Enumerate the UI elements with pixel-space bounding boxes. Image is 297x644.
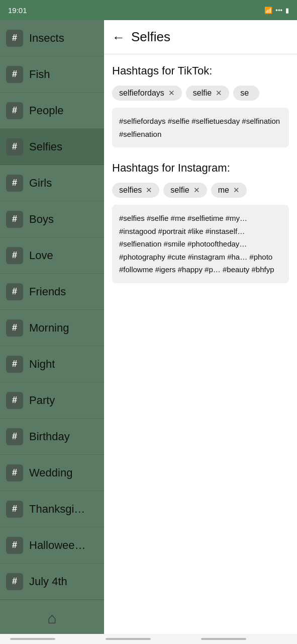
sidebar-item-label: Night — [29, 358, 55, 371]
tag-label: selfiefordays — [119, 89, 164, 98]
wifi-icon: 📶 — [264, 7, 272, 14]
sidebar-item-selfies[interactable]: # Selfies — [0, 129, 104, 165]
sidebar-item-girls[interactable]: # Girls — [0, 165, 104, 201]
hash-icon: # — [6, 537, 23, 554]
sidebar-item-label: Birthday — [29, 430, 70, 443]
sidebar: # Insects # Fish # People # Selfies # Gi… — [0, 20, 104, 644]
sidebar-item-morning[interactable]: # Morning — [0, 310, 104, 346]
status-time: 19:01 — [8, 6, 27, 15]
hash-icon: # — [6, 319, 23, 337]
tag-label: selfies — [119, 186, 142, 195]
sidebar-item-people[interactable]: # People — [0, 93, 104, 129]
sidebar-item-label: People — [29, 104, 64, 117]
status-icons: 📶 ••• ▮ — [264, 7, 289, 14]
tiktok-tags-row: selfiefordays ✕ selfie ✕ se — [112, 86, 289, 101]
hash-icon: # — [6, 573, 23, 590]
instagram-hashtag-text: #selfies #selfie #me #selfietime #my… #i… — [119, 214, 274, 274]
main-layout: # Insects # Fish # People # Selfies # Gi… — [0, 20, 297, 644]
content-title: Selfies — [131, 29, 170, 45]
tag-chip-selfie-tiktok[interactable]: selfie ✕ — [186, 86, 229, 101]
sidebar-item-label: Thanksgi… — [29, 503, 85, 516]
tag-label: selfie — [193, 89, 212, 98]
hash-icon: # — [6, 428, 23, 445]
hash-icon: # — [6, 30, 23, 47]
battery-icon: ▮ — [285, 7, 289, 14]
tiktok-section: Hashtags for TikTok: selfiefordays ✕ sel… — [112, 64, 289, 147]
sidebar-item-label: Fish — [29, 68, 50, 81]
close-icon[interactable]: ✕ — [146, 186, 152, 195]
tag-label: me — [218, 186, 229, 195]
sidebar-item-halloween[interactable]: # Hallowee… — [0, 527, 104, 564]
sidebar-item-night[interactable]: # Night — [0, 346, 104, 382]
hash-icon: # — [6, 138, 23, 155]
tag-label: se — [240, 89, 249, 98]
sidebar-item-label: July 4th — [29, 575, 67, 588]
hash-icon: # — [6, 283, 23, 300]
sidebar-item-july4th[interactable]: # July 4th — [0, 564, 104, 600]
tiktok-hashtag-text: #selfiefordays #selfie #selfietuesday #s… — [119, 117, 280, 138]
sidebar-item-insects[interactable]: # Insects — [0, 20, 104, 56]
tag-chip-me-instagram[interactable]: me ✕ — [211, 183, 247, 198]
tiktok-section-title: Hashtags for TikTok: — [112, 64, 289, 77]
content-header: ← Selfies — [104, 20, 297, 54]
hash-icon: # — [6, 211, 23, 228]
sidebar-item-label: Selfies — [29, 140, 62, 153]
close-icon[interactable]: ✕ — [168, 89, 175, 98]
scroll-indicator-left — [10, 638, 55, 640]
sidebar-item-label: Love — [29, 249, 53, 262]
tag-label: selfie — [170, 186, 189, 195]
back-button[interactable]: ← — [112, 31, 125, 44]
hash-icon: # — [6, 501, 23, 518]
bottom-indicators — [0, 634, 297, 644]
sidebar-item-label: Insects — [29, 32, 64, 45]
sidebar-item-thanksgiving[interactable]: # Thanksgi… — [0, 491, 104, 527]
close-icon[interactable]: ✕ — [216, 89, 222, 98]
instagram-hashtag-block[interactable]: #selfies #selfie #me #selfietime #my… #i… — [112, 205, 289, 283]
tag-chip-selfies-instagram[interactable]: selfies ✕ — [112, 183, 159, 198]
tag-chip-selfie-instagram[interactable]: selfie ✕ — [163, 183, 207, 198]
tag-chip-partial-tiktok: se — [233, 86, 259, 101]
home-icon: ⌂ — [47, 610, 56, 627]
hash-icon: # — [6, 66, 23, 83]
signal-icon: ••• — [275, 7, 282, 14]
sidebar-item-label: Hallowee… — [29, 539, 86, 552]
sidebar-item-party[interactable]: # Party — [0, 382, 104, 419]
close-icon[interactable]: ✕ — [193, 186, 200, 195]
sidebar-item-fish[interactable]: # Fish — [0, 56, 104, 93]
sidebar-item-label: Party — [29, 394, 55, 407]
instagram-section-title: Hashtags for Instagram: — [112, 162, 289, 175]
content-body: Hashtags for TikTok: selfiefordays ✕ sel… — [104, 54, 297, 644]
sidebar-item-wedding[interactable]: # Wedding — [0, 455, 104, 491]
instagram-tags-row: selfies ✕ selfie ✕ me ✕ — [112, 183, 289, 198]
hash-icon: # — [6, 175, 23, 192]
sidebar-item-label: Morning — [29, 321, 69, 335]
sidebar-item-love[interactable]: # Love — [0, 237, 104, 274]
sidebar-footer[interactable]: ⌂ — [0, 600, 104, 636]
sidebar-item-label: Boys — [29, 213, 54, 226]
content-panel: ← Selfies Hashtags for TikTok: selfiefor… — [104, 20, 297, 644]
sidebar-item-label: Wedding — [29, 466, 72, 479]
sidebar-item-birthday[interactable]: # Birthday — [0, 419, 104, 455]
hash-icon: # — [6, 247, 23, 264]
tag-chip-selfiefordays[interactable]: selfiefordays ✕ — [112, 86, 182, 101]
hash-icon: # — [6, 356, 23, 373]
instagram-section: Hashtags for Instagram: selfies ✕ selfie… — [112, 162, 289, 283]
close-icon[interactable]: ✕ — [233, 186, 240, 195]
sidebar-item-boys[interactable]: # Boys — [0, 201, 104, 237]
sidebar-item-label: Girls — [29, 177, 52, 190]
hash-icon: # — [6, 102, 23, 119]
scroll-indicator-mid — [106, 638, 151, 640]
status-bar: 19:01 📶 ••• ▮ — [0, 0, 297, 20]
tiktok-hashtag-block[interactable]: #selfiefordays #selfie #selfietuesday #s… — [112, 108, 289, 147]
sidebar-item-label: Friends — [29, 285, 66, 298]
sidebar-item-friends[interactable]: # Friends — [0, 274, 104, 310]
hash-icon: # — [6, 392, 23, 409]
scroll-indicator-right — [201, 638, 246, 640]
hash-icon: # — [6, 464, 23, 481]
